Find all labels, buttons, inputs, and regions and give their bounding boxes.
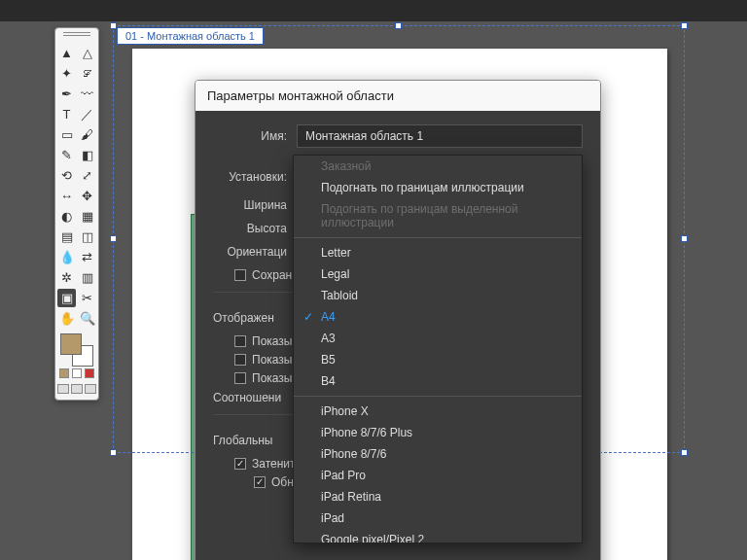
dim-label: Затенит [252,457,296,471]
paintbrush-tool[interactable]: 🖌 [78,125,96,144]
gradient-tool[interactable]: ◫ [78,228,96,246]
show3-checkbox[interactable] [234,372,246,384]
orientation-label: Ориентаци [213,245,297,259]
resize-handle-tl[interactable] [110,22,117,29]
preset-option[interactable]: iPad Pro [294,465,582,486]
show2-label: Показыв [252,353,299,367]
eraser-tool[interactable]: ◧ [78,146,96,164]
show3-label: Показыв [252,371,299,385]
slice-tool[interactable]: ✂ [78,289,96,307]
selection-tool[interactable]: ▲ [57,44,76,62]
color-swatches[interactable] [60,333,93,367]
keep-proportions-checkbox[interactable] [234,269,246,281]
zoom-tool[interactable]: 🔍 [78,309,96,328]
preset-option[interactable]: A3 [294,328,582,349]
eyedropper-tool[interactable]: 💧 [57,248,76,266]
resize-handle-ml[interactable] [110,235,117,242]
symbol-sprayer-tool[interactable]: ✲ [57,268,76,287]
mesh-tool[interactable]: ▤ [57,228,76,246]
preset-option[interactable]: B5 [294,349,582,370]
artboard-options-dialog: Параметры монтажной области Имя: Установ… [195,80,601,560]
preset-option[interactable]: Подогнать по границам иллюстрации [294,177,582,198]
magic-wand-tool[interactable]: ✦ [57,64,76,83]
toolbox: ▲△✦ទ✒〰T／▭🖌✎◧⟲⤢↔✥◐▦▤◫💧⇄✲▥▣✂✋🔍 [54,27,99,401]
resize-handle-br[interactable] [681,449,688,456]
swatch-mini-controls[interactable] [59,368,94,378]
preset-option[interactable]: iPhone 8/7/6 [294,443,582,465]
toolbox-grip[interactable] [63,32,90,40]
width-tool[interactable]: ↔ [57,187,76,205]
preset-option[interactable]: B4 [294,370,582,392]
preset-option[interactable]: iPhone X [294,401,582,422]
preset-option[interactable]: iPad [294,508,582,529]
update-checkbox[interactable] [254,476,266,488]
preset-dropdown-popup: ЗаказнойПодогнать по границам иллюстраци… [293,155,583,543]
global-section-label: Глобальны [213,434,282,447]
preset-option: Подогнать по границам выделенной иллюстр… [294,198,582,233]
curvature-tool[interactable]: 〰 [78,85,96,103]
type-tool[interactable]: T [57,105,76,123]
lasso-tool[interactable]: ទ [78,64,96,83]
rectangle-tool[interactable]: ▭ [57,125,76,144]
preset-option[interactable]: Tabloid [294,285,582,306]
display-section-label: Отображен [213,311,284,325]
perspective-tool[interactable]: ▦ [78,207,96,226]
show1-checkbox[interactable] [234,335,246,347]
scale-tool[interactable]: ⤢ [78,166,96,185]
preset-option[interactable]: Legal [294,263,582,285]
artboard-tab[interactable]: 01 - Монтажная область 1 [117,27,264,45]
hand-tool[interactable]: ✋ [57,309,76,328]
dialog-title: Параметры монтажной области [196,81,600,111]
direct-selection-tool[interactable]: △ [78,44,96,62]
preset-label: Установки: [213,170,297,184]
blend-tool[interactable]: ⇄ [78,248,96,266]
fill-swatch[interactable] [60,333,82,355]
preset-option[interactable]: Letter [294,242,582,263]
line-tool[interactable]: ／ [78,105,96,123]
width-label: Ширина [213,198,297,212]
column-graph-tool[interactable]: ▥ [78,268,96,287]
dropdown-separator [294,396,582,397]
ratio-label: Соотношени [213,391,291,404]
artboard-tool[interactable]: ▣ [57,289,76,307]
app-topbar [0,0,747,21]
resize-handle-tr[interactable] [681,22,688,29]
height-label: Высота [213,222,297,235]
show2-checkbox[interactable] [234,354,246,366]
shape-builder-tool[interactable]: ◐ [57,207,76,226]
dropdown-separator [294,237,582,238]
name-label: Имя: [213,129,297,143]
preset-option[interactable]: iPad Retina [294,486,582,508]
draw-modes[interactable] [57,384,96,394]
pen-tool[interactable]: ✒ [57,85,76,103]
name-input[interactable] [297,124,583,148]
dim-checkbox[interactable] [234,458,246,470]
resize-handle-bl[interactable] [110,449,117,456]
resize-handle-tm[interactable] [395,22,402,29]
preset-option[interactable]: A4 [294,306,582,328]
keep-proportions-label: Сохрани [252,268,299,282]
preset-option[interactable]: Google pixel/Pixel 2 [294,529,582,543]
rotate-tool[interactable]: ⟲ [57,166,76,185]
preset-option: Заказной [294,156,582,177]
pencil-tool[interactable]: ✎ [57,146,76,164]
update-label: Обн [271,475,294,489]
show1-label: Показыв [252,334,299,348]
free-transform-tool[interactable]: ✥ [78,187,96,205]
resize-handle-mr[interactable] [681,235,688,242]
preset-option[interactable]: iPhone 8/7/6 Plus [294,422,582,443]
